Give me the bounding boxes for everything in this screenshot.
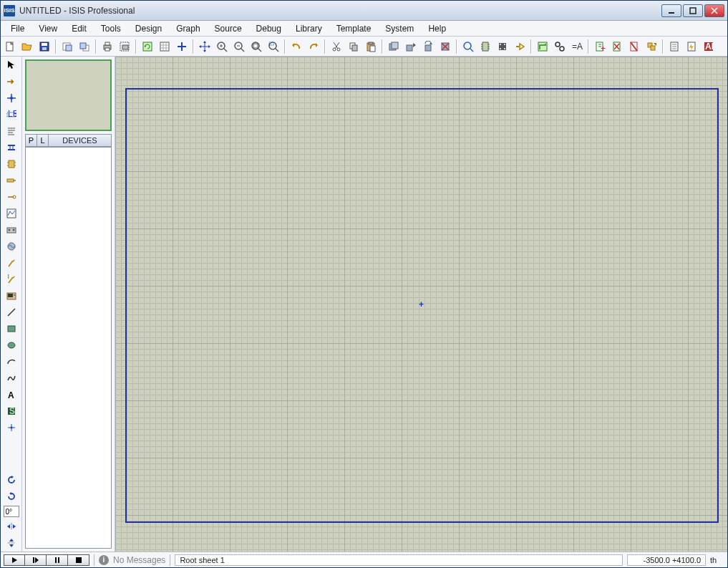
menu-file[interactable]: File <box>4 22 31 35</box>
menu-design[interactable]: Design <box>128 22 169 35</box>
netlist-to-ares-icon[interactable]: ARES <box>701 39 717 54</box>
mirror-vertical-icon[interactable] <box>4 536 19 550</box>
pan-icon[interactable] <box>197 39 213 54</box>
2d-box-icon[interactable] <box>4 322 19 336</box>
2d-circle-icon[interactable] <box>4 338 19 352</box>
rotation-angle-input[interactable] <box>4 506 19 517</box>
refresh-icon[interactable] <box>140 39 155 54</box>
search-tag-icon[interactable] <box>552 39 568 54</box>
block-rotate-icon[interactable] <box>420 39 436 54</box>
svg-rect-1 <box>690 8 696 14</box>
menu-graph[interactable]: Graph <box>169 22 207 35</box>
graph-mode-icon[interactable] <box>4 206 19 221</box>
new-file-icon[interactable] <box>2 39 18 54</box>
devices-list[interactable] <box>25 147 112 549</box>
tape-recorder-icon[interactable] <box>4 223 19 237</box>
menu-template[interactable]: Template <box>329 22 379 35</box>
menu-source[interactable]: Source <box>208 22 249 35</box>
copy-icon[interactable] <box>346 39 361 54</box>
component-mode-icon[interactable] <box>4 74 19 89</box>
export-section-icon[interactable] <box>77 39 92 54</box>
symbol-mode-icon[interactable]: S <box>4 404 19 418</box>
close-button[interactable] <box>704 4 724 17</box>
menu-library[interactable]: Library <box>288 22 329 35</box>
menu-help[interactable]: Help <box>421 22 453 35</box>
svg-point-52 <box>337 48 340 51</box>
zoom-area-icon[interactable] <box>266 39 281 54</box>
new-sheet-icon[interactable]: + <box>592 39 608 54</box>
menu-system[interactable]: System <box>378 22 421 35</box>
title-bar[interactable]: ISIS UNTITLED - ISIS Professional <box>1 1 727 21</box>
sheet-name-field: Root sheet 1 <box>175 554 623 566</box>
property-assign-icon[interactable]: =A <box>569 39 585 54</box>
pick-parts-button[interactable]: P <box>26 135 37 146</box>
wire-autoroute-icon[interactable] <box>535 39 550 54</box>
pick-icon[interactable] <box>460 39 476 54</box>
save-file-icon[interactable] <box>37 39 52 54</box>
libraries-button[interactable]: L <box>37 135 49 146</box>
bom-icon[interactable] <box>666 39 682 54</box>
generator-mode-icon[interactable] <box>4 239 19 254</box>
block-copy-icon[interactable] <box>386 39 402 54</box>
maximize-button[interactable] <box>683 4 703 17</box>
device-pins-icon[interactable] <box>4 190 19 204</box>
redo-icon[interactable] <box>306 39 321 54</box>
stop-button[interactable] <box>68 554 89 566</box>
block-move-icon[interactable] <box>403 39 419 54</box>
menu-debug[interactable]: Debug <box>249 22 288 35</box>
cut-icon[interactable] <box>329 39 344 54</box>
text-script-icon[interactable] <box>4 124 19 138</box>
virtual-instruments-icon[interactable] <box>4 289 19 303</box>
2d-text-icon[interactable]: A <box>4 388 19 402</box>
current-probe-icon[interactable]: I <box>4 272 19 287</box>
rotate-ccw-icon[interactable] <box>4 489 19 504</box>
import-section-icon[interactable] <box>59 39 75 54</box>
menu-view[interactable]: View <box>31 22 64 35</box>
unit-label: th <box>710 556 724 564</box>
exit-to-parent-icon[interactable] <box>626 39 642 54</box>
overview-window[interactable] <box>25 59 112 131</box>
editing-canvas[interactable]: + <box>115 57 727 552</box>
print-icon[interactable] <box>100 39 115 54</box>
svg-line-145 <box>8 309 15 316</box>
make-device-icon[interactable] <box>477 39 493 54</box>
zoom-all-icon[interactable] <box>248 39 264 54</box>
paste-icon[interactable] <box>363 39 379 54</box>
rotate-cw-icon[interactable] <box>4 473 19 487</box>
grid-toggle-icon[interactable] <box>157 39 173 54</box>
remove-sheet-icon[interactable] <box>609 39 625 54</box>
zoom-out-icon[interactable] <box>231 39 247 54</box>
origin-icon[interactable] <box>174 39 190 54</box>
zoom-in-icon[interactable] <box>214 39 230 54</box>
messages-icon[interactable]: i <box>99 555 109 565</box>
minimize-button[interactable] <box>661 4 681 17</box>
mirror-horizontal-icon[interactable] <box>4 519 19 534</box>
svg-point-77 <box>500 44 501 45</box>
wire-label-icon[interactable]: LBL <box>4 107 19 122</box>
zoom-to-child-icon[interactable] <box>644 39 659 54</box>
bus-mode-icon[interactable] <box>4 140 19 155</box>
subcircuit-icon[interactable] <box>4 157 19 171</box>
menu-edit[interactable]: Edit <box>64 22 94 35</box>
svg-text:+: + <box>601 44 606 52</box>
step-button[interactable] <box>25 554 47 566</box>
block-delete-icon[interactable] <box>437 39 453 54</box>
marker-mode-icon[interactable] <box>4 420 19 435</box>
set-area-icon[interactable] <box>117 39 132 54</box>
terminals-mode-icon[interactable] <box>4 173 19 188</box>
selection-mode-icon[interactable] <box>4 58 19 72</box>
2d-line-icon[interactable] <box>4 305 19 319</box>
voltage-probe-icon[interactable] <box>4 256 19 270</box>
menu-tools[interactable]: Tools <box>94 22 128 35</box>
open-file-icon[interactable] <box>19 39 35 54</box>
erc-icon[interactable] <box>684 39 699 54</box>
2d-arc-icon[interactable] <box>4 355 19 369</box>
packaging-tool-icon[interactable] <box>495 39 510 54</box>
pause-button[interactable] <box>47 554 68 566</box>
2d-path-icon[interactable] <box>4 371 19 385</box>
junction-dot-icon[interactable] <box>4 91 19 105</box>
svg-rect-146 <box>8 326 15 332</box>
undo-icon[interactable] <box>288 39 304 54</box>
play-button[interactable] <box>4 554 25 566</box>
decompose-icon[interactable] <box>512 39 528 54</box>
